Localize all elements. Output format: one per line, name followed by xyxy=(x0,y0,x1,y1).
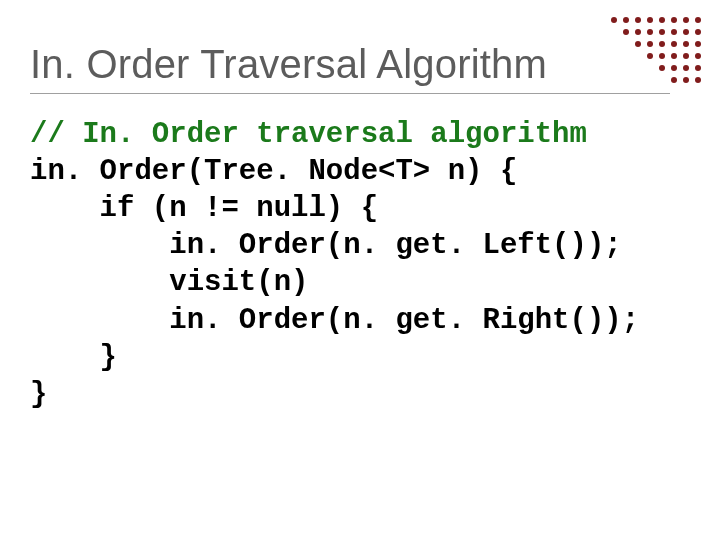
svg-point-29 xyxy=(695,65,701,71)
svg-point-23 xyxy=(671,53,677,59)
svg-point-9 xyxy=(635,29,641,35)
svg-point-30 xyxy=(671,77,677,83)
svg-point-4 xyxy=(659,17,665,23)
svg-point-25 xyxy=(695,53,701,59)
slide: In. Order Traversal Algorithm // In. Ord… xyxy=(0,0,720,540)
svg-point-31 xyxy=(683,77,689,83)
svg-point-12 xyxy=(671,29,677,35)
svg-point-19 xyxy=(683,41,689,47)
svg-point-8 xyxy=(623,29,629,35)
svg-point-22 xyxy=(659,53,665,59)
svg-point-16 xyxy=(647,41,653,47)
svg-point-21 xyxy=(647,53,653,59)
svg-point-0 xyxy=(611,17,617,23)
code-line: in. Order(Tree. Node<T> n) { xyxy=(30,155,517,188)
title-underline xyxy=(30,93,670,94)
code-block: // In. Order traversal algorithm in. Ord… xyxy=(30,116,690,413)
svg-point-10 xyxy=(647,29,653,35)
svg-point-28 xyxy=(683,65,689,71)
svg-point-27 xyxy=(671,65,677,71)
svg-point-17 xyxy=(659,41,665,47)
code-line: in. Order(n. get. Right()); xyxy=(30,304,639,337)
svg-point-5 xyxy=(671,17,677,23)
svg-point-2 xyxy=(635,17,641,23)
code-line: visit(n) xyxy=(30,266,308,299)
svg-point-11 xyxy=(659,29,665,35)
code-line: if (n != null) { xyxy=(30,192,378,225)
svg-point-20 xyxy=(695,41,701,47)
svg-point-32 xyxy=(695,77,701,83)
svg-point-1 xyxy=(623,17,629,23)
svg-point-24 xyxy=(683,53,689,59)
svg-point-13 xyxy=(683,29,689,35)
svg-point-6 xyxy=(683,17,689,23)
svg-point-18 xyxy=(671,41,677,47)
svg-point-7 xyxy=(695,17,701,23)
svg-point-3 xyxy=(647,17,653,23)
code-line: } xyxy=(30,341,117,374)
code-comment: // In. Order traversal algorithm xyxy=(30,118,587,151)
svg-point-15 xyxy=(635,41,641,47)
code-line: } xyxy=(30,378,47,411)
decorative-dots xyxy=(584,10,704,90)
svg-point-14 xyxy=(695,29,701,35)
svg-point-26 xyxy=(659,65,665,71)
code-line: in. Order(n. get. Left()); xyxy=(30,229,622,262)
